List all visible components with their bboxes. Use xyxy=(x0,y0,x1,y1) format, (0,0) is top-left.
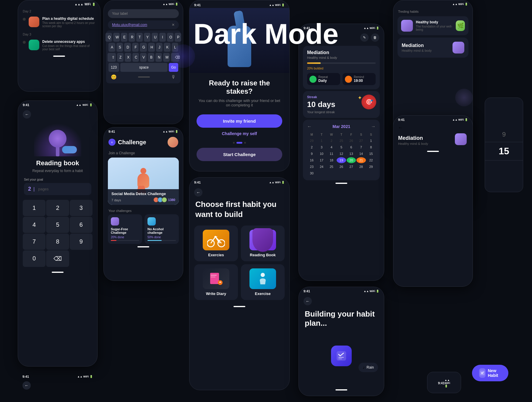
challenge-self-button[interactable]: Challenge my self xyxy=(222,131,257,136)
key-q[interactable]: Q xyxy=(106,33,112,42)
key-p[interactable]: P xyxy=(175,33,181,42)
number-picker[interactable]: 9 15 xyxy=(485,98,523,192)
challenge-back[interactable]: ≡ xyxy=(108,139,116,146)
cal-d-2[interactable]: 2 xyxy=(307,144,316,150)
challenge-card[interactable]: Social Media Detox Challenge 7 days 1380 xyxy=(108,158,179,205)
cal-d-15[interactable]: 15 xyxy=(366,151,376,157)
bottom-back-btn[interactable]: ← xyxy=(22,381,31,390)
far-right-back-btn[interactable]: ← xyxy=(398,125,403,130)
numpad-6[interactable]: 6 xyxy=(70,217,93,233)
cal-d-27[interactable]: 27 xyxy=(347,164,356,170)
key-j[interactable]: J xyxy=(156,43,163,52)
key-y[interactable]: Y xyxy=(144,33,150,42)
cal-d-prev-3[interactable]: 2 xyxy=(327,138,336,144)
cal-d-3[interactable]: 3 xyxy=(317,144,326,150)
key-k[interactable]: K xyxy=(164,43,171,52)
cal-d-1[interactable]: 1 xyxy=(366,138,376,144)
mediation-big-card[interactable]: Mediation Healthy mind & body xyxy=(398,38,468,58)
key-num-toggle[interactable]: 123 xyxy=(108,63,119,72)
cal-d-28[interactable]: 28 xyxy=(356,164,366,170)
building-back-btn[interactable]: ← xyxy=(304,297,312,305)
key-space[interactable]: space xyxy=(120,63,168,72)
cal-d-22[interactable]: 22 xyxy=(366,157,376,163)
cal-d-12[interactable]: 12 xyxy=(337,151,346,157)
cal-d-10[interactable]: 10 xyxy=(317,151,326,157)
invite-friend-button[interactable]: Invite my friend xyxy=(197,114,282,128)
key-n[interactable]: N xyxy=(155,53,162,62)
picker-num-next[interactable] xyxy=(485,162,523,166)
key-x[interactable]: X xyxy=(125,53,131,62)
cal-d-prev-1[interactable]: 29 xyxy=(307,138,316,144)
mini-card-2[interactable]: No Acohol challenge 50% done xyxy=(145,214,179,244)
numpad-4[interactable]: 4 xyxy=(23,217,46,233)
numpad-9[interactable]: 9 xyxy=(70,234,93,250)
numpad-2[interactable]: 2 xyxy=(46,200,69,216)
key-z[interactable]: Z xyxy=(117,53,124,62)
goal-input[interactable]: 2 | pages xyxy=(24,183,91,195)
picker-num-active[interactable]: 15 xyxy=(485,143,523,159)
cal-d-21[interactable]: 21 xyxy=(356,157,366,163)
email-x[interactable]: ✕ xyxy=(172,23,175,27)
cal-d-8[interactable]: 8 xyxy=(366,144,376,150)
habit-back-btn[interactable]: ← xyxy=(194,188,202,197)
picker-num-9[interactable]: 9 xyxy=(485,128,523,141)
key-go[interactable]: Go xyxy=(169,63,178,72)
cal-d-9[interactable]: 9 xyxy=(307,151,316,157)
key-w[interactable]: W xyxy=(113,33,120,42)
key-f[interactable]: F xyxy=(132,43,139,52)
numpad-1[interactable]: 1 xyxy=(23,200,46,216)
numpad-8[interactable]: 8 xyxy=(46,234,69,250)
key-i[interactable]: I xyxy=(159,33,166,42)
cal-d-prev-4[interactable]: 25 xyxy=(337,138,346,144)
cal-d-7[interactable]: 7 xyxy=(356,144,366,150)
key-s[interactable]: S xyxy=(116,43,123,52)
cal-d-5[interactable]: 5 xyxy=(337,144,346,150)
cal-d-16[interactable]: 16 xyxy=(307,157,316,163)
key-l[interactable]: L xyxy=(172,43,178,52)
numpad-5[interactable]: 5 xyxy=(46,217,69,233)
cal-d-20[interactable]: 20 xyxy=(347,157,356,163)
cal-d-4[interactable]: 4 xyxy=(327,144,336,150)
cal-d-11[interactable]: 11 xyxy=(327,151,336,157)
cal-d-prev-5[interactable]: 26 xyxy=(347,138,356,144)
habit-card-exercises[interactable]: Exercies xyxy=(194,226,238,261)
numpad-3[interactable]: 3 xyxy=(70,200,93,216)
cal-d-17[interactable]: 17 xyxy=(317,157,326,163)
habit-card-diary[interactable]: Write Diary xyxy=(194,264,238,300)
key-h[interactable]: H xyxy=(148,43,155,52)
key-o[interactable]: O xyxy=(167,33,173,42)
cal-d-24[interactable]: 24 xyxy=(317,164,326,170)
edit-btn[interactable]: ✎ xyxy=(360,33,369,42)
key-v[interactable]: V xyxy=(140,53,147,62)
start-challenge-button[interactable]: Start Challenge xyxy=(197,148,282,161)
search-bar[interactable]: Your label xyxy=(108,9,179,18)
mini-card-1[interactable]: Sugar-Free Challenge 20% done xyxy=(108,214,142,244)
cal-d-19[interactable]: 19 xyxy=(337,157,346,163)
key-c[interactable]: C xyxy=(132,53,139,62)
cal-d-6[interactable]: 6 xyxy=(347,144,356,150)
cal-d-25[interactable]: 25 xyxy=(327,164,336,170)
key-d[interactable]: D xyxy=(124,43,131,52)
cal-d-26[interactable]: 26 xyxy=(337,164,346,170)
cal-next-btn[interactable]: → xyxy=(371,124,376,129)
cal-prev-btn[interactable]: ← xyxy=(307,124,312,129)
cal-d-29[interactable]: 29 xyxy=(366,164,376,170)
numpad-0[interactable]: 0 xyxy=(23,250,46,267)
trending-card-1[interactable]: Healthy body The foundation of your well… xyxy=(398,16,468,35)
key-g[interactable]: G xyxy=(140,43,147,52)
cal-d-18[interactable]: 18 xyxy=(327,157,336,163)
key-m[interactable]: M xyxy=(163,53,170,62)
reading-back-btn[interactable]: ← xyxy=(23,110,31,119)
key-r[interactable]: R xyxy=(129,33,135,42)
key-b[interactable]: B xyxy=(148,53,154,62)
key-a[interactable]: A xyxy=(108,43,115,52)
numpad-7[interactable]: 7 xyxy=(23,234,46,250)
habit-card-exercise2[interactable]: Exercise xyxy=(241,264,285,300)
key-e[interactable]: E xyxy=(121,33,127,42)
mic-button[interactable]: 🎙 xyxy=(171,74,176,80)
emoji-button[interactable]: 😊 xyxy=(111,74,117,80)
email-button[interactable]: Motu.uiux@gmail.com ✕ xyxy=(108,20,179,29)
habit-card-reading[interactable]: Reading Book xyxy=(241,226,285,261)
cal-d-14[interactable]: 14 xyxy=(356,151,366,157)
key-backspace[interactable]: ⌫ xyxy=(171,53,179,62)
